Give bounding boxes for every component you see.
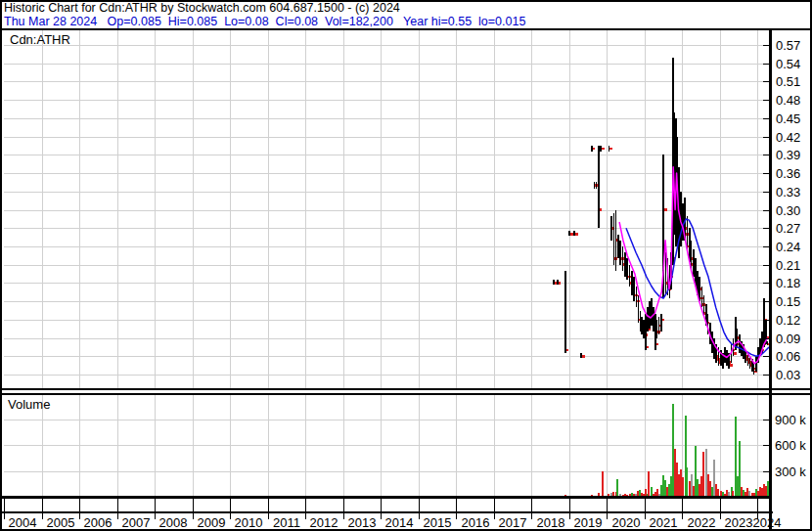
year-label: 2008 — [158, 516, 188, 530]
historic-chart-frame: Historic Chart for Cdn:ATHR by Stockwatc… — [0, 0, 812, 531]
year-label: 2017 — [498, 516, 527, 530]
quote-summary-line: Thu Mar 28 2024 Op=0.085 Hi=0.085 Lo=0.0… — [4, 15, 525, 28]
year-label: 2015 — [423, 516, 452, 530]
year-label: 2010 — [234, 516, 263, 530]
year-label: 2022 — [687, 516, 716, 530]
price-axis-label: 0.51 — [776, 74, 800, 89]
year-label: 2007 — [121, 516, 151, 530]
price-axis-label: 0.06 — [776, 349, 800, 364]
price-axis-label: 0.18 — [776, 276, 800, 290]
price-axis-label: 0.21 — [776, 258, 800, 273]
gridlines — [4, 30, 769, 497]
year-label: 2006 — [83, 516, 113, 530]
year-label: 2013 — [347, 516, 377, 530]
symbol-label: Cdn:ATHR — [10, 32, 70, 47]
price-axis-label: 0.30 — [776, 203, 800, 218]
year-label: 2023 — [724, 516, 753, 530]
price-axis-label: 0.48 — [776, 93, 800, 108]
price-axis-label: 0.54 — [776, 57, 800, 71]
price-axis-label: 0.39 — [776, 148, 800, 162]
price-axis-label: 0.57 — [776, 38, 800, 53]
year-label: 2014 — [384, 516, 414, 530]
price-axis-label: 0.12 — [776, 313, 800, 328]
year-label: 2011 — [272, 516, 301, 530]
year-label: 2012 — [309, 516, 338, 530]
price-axis-label: 0.42 — [776, 130, 800, 145]
year-label: 2020 — [611, 516, 641, 530]
volume-axis-label: 900 k — [775, 413, 806, 427]
year-label: 2018 — [536, 516, 565, 530]
price-axis-label: 0.09 — [776, 332, 800, 346]
year-label: 2019 — [573, 516, 603, 530]
year-label: 2004 — [8, 516, 37, 530]
price-axis-label: 0.03 — [776, 368, 800, 382]
chart-canvas — [0, 0, 812, 531]
year-label: 2021 — [649, 516, 678, 530]
price-axis-label: 0.45 — [776, 111, 800, 126]
price-axis-label: 0.27 — [776, 221, 800, 236]
year-label: 2005 — [46, 516, 75, 530]
volume-axis-label: 600 k — [775, 438, 806, 453]
price-axis-label: 0.36 — [776, 166, 800, 181]
year-label: 2009 — [197, 516, 226, 530]
chart-title: Historic Chart for Cdn:ATHR by Stockwatc… — [4, 1, 400, 15]
price-axis-label: 0.33 — [776, 185, 800, 199]
year-label: 2016 — [461, 516, 490, 530]
price-axis-label: 0.15 — [776, 294, 800, 309]
volume-pane-label: Volume — [8, 397, 50, 412]
price-axis-label: 0.24 — [776, 240, 800, 254]
volume-axis-label: 300 k — [775, 465, 806, 479]
volume-bars — [564, 404, 769, 497]
price-bars — [554, 58, 771, 376]
year-label: 2024 — [752, 516, 782, 530]
